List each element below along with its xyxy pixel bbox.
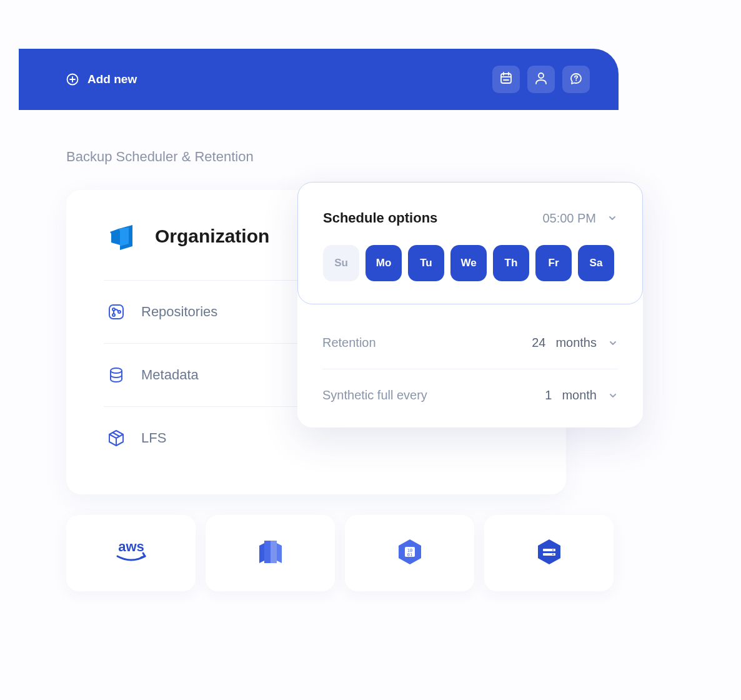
synthetic-value[interactable]: 1	[545, 388, 552, 402]
time-value: 05:00 PM	[542, 211, 596, 226]
gcp-icon: 10 01	[391, 533, 429, 573]
add-circle-icon	[66, 73, 79, 86]
svg-rect-1	[501, 74, 511, 83]
aws-icon: aws	[106, 536, 156, 570]
provider-row: aws 10 01	[66, 515, 614, 591]
schedule-popup: Schedule options 05:00 PM Su Mo Tu We Th…	[297, 182, 643, 428]
day-th[interactable]: Th	[493, 245, 529, 281]
svg-rect-10	[264, 541, 271, 563]
svg-text:01: 01	[407, 552, 412, 558]
section-title: Backup Scheduler & Retention	[66, 149, 619, 165]
org-item-label: Repositories	[141, 304, 217, 320]
provider-storage[interactable]	[484, 515, 614, 591]
help-button[interactable]	[562, 66, 590, 93]
package-icon	[106, 428, 126, 448]
synthetic-row: Synthetic full every 1 month	[322, 369, 618, 421]
chevron-down-icon	[608, 338, 618, 348]
provider-aws[interactable]: aws	[66, 515, 196, 591]
user-button[interactable]	[527, 66, 555, 93]
topbar: Add new	[19, 49, 619, 110]
day-we[interactable]: We	[450, 245, 487, 281]
topbar-actions	[492, 66, 590, 93]
synthetic-label: Synthetic full every	[322, 388, 427, 402]
synthetic-unit-selector[interactable]: month	[562, 388, 618, 402]
help-icon	[569, 71, 583, 88]
day-sa[interactable]: Sa	[578, 245, 614, 281]
chevron-down-icon	[608, 391, 618, 401]
retention-value[interactable]: 24	[532, 336, 545, 350]
schedule-options-box: Schedule options 05:00 PM Su Mo Tu We Th…	[297, 182, 643, 304]
days-row: Su Mo Tu We Th Fr Sa	[323, 245, 617, 281]
svg-rect-11	[271, 541, 277, 563]
repository-icon	[106, 302, 126, 322]
azure-icon	[252, 533, 289, 573]
storage-icon	[530, 533, 568, 573]
svg-text:aws: aws	[118, 539, 144, 554]
time-selector[interactable]: 05:00 PM	[542, 211, 617, 226]
retention-row: Retention 24 months	[322, 317, 618, 369]
org-title: Organization	[155, 226, 269, 247]
retention-label: Retention	[322, 336, 376, 350]
day-tu[interactable]: Tu	[408, 245, 444, 281]
day-fr[interactable]: Fr	[535, 245, 572, 281]
svg-point-5	[112, 308, 115, 311]
svg-point-8	[111, 368, 122, 373]
schedule-title: Schedule options	[323, 210, 437, 226]
config-rows: Retention 24 months Synthetic full every…	[297, 304, 643, 428]
day-mo[interactable]: Mo	[366, 245, 402, 281]
azure-devops-icon	[106, 221, 136, 251]
org-item-label: LFS	[141, 430, 166, 446]
chevron-down-icon	[607, 213, 617, 223]
retention-unit-selector[interactable]: months	[555, 336, 618, 350]
day-su[interactable]: Su	[323, 245, 359, 281]
svg-point-2	[539, 73, 544, 78]
provider-azure[interactable]	[206, 515, 335, 591]
org-item-label: Metadata	[141, 367, 199, 383]
user-icon	[534, 71, 548, 88]
calendar-icon	[499, 71, 513, 88]
svg-point-6	[112, 314, 115, 316]
svg-point-3	[575, 80, 577, 81]
add-new-label: Add new	[87, 72, 137, 86]
calendar-button[interactable]	[492, 66, 520, 93]
svg-point-18	[552, 554, 554, 555]
svg-point-17	[552, 549, 554, 551]
add-new-button[interactable]: Add new	[66, 72, 137, 86]
provider-gcp[interactable]: 10 01	[345, 515, 474, 591]
database-icon	[106, 365, 126, 385]
